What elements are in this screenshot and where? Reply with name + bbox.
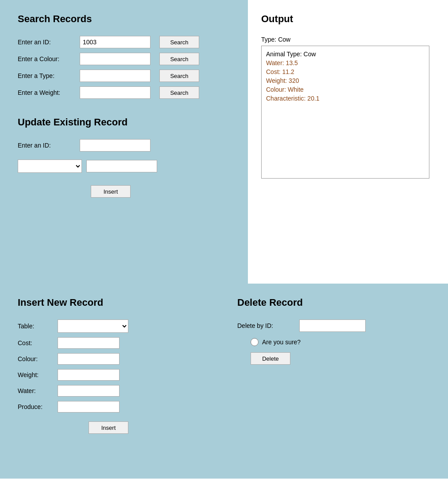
output-line-1: Water: 13.5 bbox=[266, 59, 425, 66]
insert-weight-input[interactable] bbox=[58, 369, 120, 381]
output-line-3: Weight: 320 bbox=[266, 77, 425, 84]
update-insert-button[interactable]: Insert bbox=[91, 185, 131, 198]
insert-table-label: Table: bbox=[18, 323, 53, 330]
insert-cost-row: Cost: bbox=[18, 337, 211, 349]
insert-colour-label: Colour: bbox=[18, 355, 53, 362]
update-id-row: Enter an ID: bbox=[18, 139, 230, 152]
insert-new-title: Insert New Record bbox=[18, 297, 211, 308]
search-weight-input[interactable] bbox=[80, 86, 151, 99]
update-section: Update Existing Record Enter an ID: Cost… bbox=[18, 117, 230, 198]
output-line-2: Cost: 11.2 bbox=[266, 68, 425, 75]
output-type-label: Type: Cow bbox=[261, 36, 435, 43]
insert-table-dropdown[interactable]: Cow Sheep Pig bbox=[58, 319, 128, 333]
insert-colour-row: Colour: bbox=[18, 353, 211, 365]
update-dropdown-row: Cost Colour Weight Water bbox=[18, 160, 230, 173]
search-weight-button[interactable]: Search bbox=[159, 86, 199, 99]
search-colour-input[interactable] bbox=[80, 53, 151, 65]
output-line-4: Colour: White bbox=[266, 86, 425, 93]
insert-produce-label: Produce: bbox=[18, 403, 53, 410]
search-type-input[interactable] bbox=[80, 70, 151, 82]
search-colour-row: Enter a Colour: Search bbox=[18, 53, 230, 65]
insert-cost-input[interactable] bbox=[58, 337, 120, 349]
insert-water-row: Water: bbox=[18, 385, 211, 397]
insert-new-panel: Insert New Record Table: Cow Sheep Pig C… bbox=[18, 297, 211, 461]
insert-produce-input[interactable] bbox=[58, 401, 120, 413]
are-you-sure-radio[interactable] bbox=[251, 338, 259, 346]
delete-title: Delete Record bbox=[237, 297, 430, 308]
update-title: Update Existing Record bbox=[18, 117, 230, 128]
update-value-input[interactable] bbox=[86, 160, 157, 172]
update-field-dropdown[interactable]: Cost Colour Weight Water bbox=[18, 160, 82, 173]
search-weight-label: Enter a Weight: bbox=[18, 89, 75, 96]
search-id-label: Enter an ID: bbox=[18, 39, 75, 46]
search-weight-row: Enter a Weight: Search bbox=[18, 86, 230, 99]
search-records-title: Search Records bbox=[18, 13, 230, 25]
insert-water-label: Water: bbox=[18, 387, 53, 394]
delete-id-row: Delete by ID: bbox=[237, 319, 430, 332]
update-id-label: Enter an ID: bbox=[18, 142, 75, 149]
search-colour-label: Enter a Colour: bbox=[18, 55, 75, 62]
search-colour-button[interactable]: Search bbox=[159, 53, 199, 65]
search-type-row: Enter a Type: Search bbox=[18, 70, 230, 82]
search-type-label: Enter a Type: bbox=[18, 72, 75, 79]
insert-weight-label: Weight: bbox=[18, 371, 53, 378]
search-id-row: Enter an ID: Search bbox=[18, 36, 230, 48]
search-type-button[interactable]: Search bbox=[159, 70, 199, 82]
insert-weight-row: Weight: bbox=[18, 369, 211, 381]
insert-colour-input[interactable] bbox=[58, 353, 120, 365]
insert-new-form: Table: Cow Sheep Pig Cost: Colour: bbox=[18, 319, 211, 434]
output-line-5: Characteristic: 20.1 bbox=[266, 95, 425, 102]
delete-button[interactable]: Delete bbox=[251, 352, 290, 365]
update-id-input[interactable] bbox=[80, 139, 151, 152]
delete-panel: Delete Record Delete by ID: Are you sure… bbox=[237, 297, 430, 461]
bottom-section: Insert New Record Table: Cow Sheep Pig C… bbox=[0, 284, 448, 479]
delete-id-input[interactable] bbox=[299, 319, 366, 332]
output-box: Animal Type: Cow Water: 13.5 Cost: 11.2 … bbox=[261, 46, 429, 179]
insert-new-button[interactable]: Insert bbox=[89, 421, 128, 434]
output-line-0: Animal Type: Cow bbox=[266, 51, 425, 58]
delete-by-id-label: Delete by ID: bbox=[237, 322, 295, 329]
output-title: Output bbox=[261, 13, 435, 25]
are-you-sure-label: Are you sure? bbox=[262, 339, 301, 346]
search-id-input[interactable] bbox=[80, 36, 151, 48]
search-panel: Search Records Enter an ID: Search Enter… bbox=[0, 0, 248, 284]
insert-cost-label: Cost: bbox=[18, 339, 53, 347]
insert-produce-row: Produce: bbox=[18, 401, 211, 413]
output-panel: Output Type: Cow Animal Type: Cow Water:… bbox=[248, 0, 448, 284]
are-you-sure-row: Are you sure? bbox=[251, 338, 430, 346]
insert-water-input[interactable] bbox=[58, 385, 120, 397]
insert-table-row: Table: Cow Sheep Pig bbox=[18, 319, 211, 333]
search-id-button[interactable]: Search bbox=[159, 36, 199, 48]
